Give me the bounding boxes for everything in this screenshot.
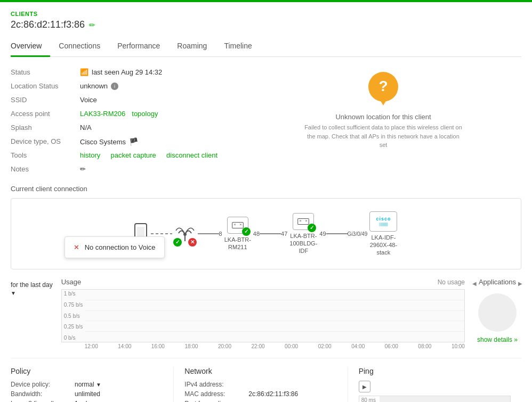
ap-link[interactable]: LAK33-RM206 <box>80 110 125 118</box>
network-val-1: 2c:86:d2:11:f3:86 <box>248 390 298 398</box>
apps-next-arrow[interactable]: ▶ <box>518 281 522 286</box>
policy-dropdown-arrow[interactable]: ▼ <box>96 382 101 388</box>
cisco-logo: cisco <box>376 217 391 221</box>
device-type-label: Device type, OS <box>11 137 80 145</box>
svg-point-6 <box>183 233 187 236</box>
tools-label: Tools <box>11 151 80 159</box>
location-unknown-icon: ? <box>367 71 399 110</box>
policy-val-0: normal ▼ <box>75 381 101 388</box>
disconnect-client-link[interactable]: disconnect client <box>166 151 217 159</box>
splash-label: Splash <box>11 124 80 132</box>
line-1 <box>198 233 219 234</box>
error-text: No connection to Voice <box>85 243 156 251</box>
splash-value: N/A <box>80 124 92 132</box>
apps-header: ◀ Applications ▶ <box>472 278 522 289</box>
apps-donut-chart <box>478 293 517 332</box>
switch1-status-dot: ✓ <box>242 227 251 236</box>
port-47: 47 <box>281 231 287 237</box>
status-value: 📶 last seen Aug 29 14:32 <box>80 68 162 76</box>
line-2 <box>260 233 281 234</box>
tools-value: history packet capture disconnect client <box>80 151 217 159</box>
policy-column: Policy Device policy: normal ▼ Bandwidth… <box>11 367 174 402</box>
applications-section: ◀ Applications ▶ show details » <box>473 278 521 343</box>
device-type-value: Cisco Systems 🏴 <box>80 137 138 146</box>
notes-row: Notes ✏ <box>11 162 245 176</box>
policy-val-1: unlimited <box>75 390 100 398</box>
notes-label: Notes <box>11 165 80 173</box>
notes-edit-icon[interactable]: ✏ <box>80 165 86 173</box>
connection-section-title: Current client connection <box>11 185 521 193</box>
x-label-8: 04:00 <box>351 343 365 349</box>
switch2-status-dot: ✓ <box>308 224 316 232</box>
network-column: Network IPv4 address: MAC address: 2c:86… <box>184 367 348 402</box>
device-type-row: Device type, OS Cisco Systems 🏴 <box>11 135 245 149</box>
port-gi: Gi3/0/49 <box>348 231 368 237</box>
splash-text: N/A <box>80 124 92 132</box>
time-filter[interactable]: for the last day <box>11 281 53 289</box>
y-label-4: 0.25 b/s <box>64 324 83 330</box>
switch2-icon-wrap: ✓ <box>293 213 314 230</box>
device-ap: ✕ ✓ <box>174 223 196 245</box>
ap-status-dot-green: ✓ <box>173 238 182 247</box>
policy-val-normal: normal <box>75 381 94 388</box>
svg-text:?: ? <box>378 78 388 94</box>
location-info-icon[interactable]: i <box>111 83 118 90</box>
port-8: 8 <box>219 231 222 237</box>
ping-bar-area <box>380 396 510 402</box>
ping-play-btn[interactable]: ▶ <box>359 381 370 392</box>
chart-grid <box>85 290 464 342</box>
y-label-2: 0.75 b/s <box>64 302 83 308</box>
y-label-5: 0 b/s <box>64 335 83 341</box>
network-title: Network <box>184 367 336 375</box>
error-tooltip: ✕ No connection to Voice <box>65 236 165 258</box>
apps-show-details-link[interactable]: show details » <box>477 336 518 343</box>
policy-key-1: Bandwidth: <box>11 390 75 398</box>
map-section: ? Unknown location for this client Faile… <box>245 65 521 176</box>
device-switch-1: ✓ LKA-BTR-RM211 <box>224 217 251 251</box>
x-label-9: 06:00 <box>385 343 398 349</box>
ap-icon-wrap: ✕ ✓ <box>174 223 196 245</box>
apps-prev-arrow[interactable]: ◀ <box>472 281 477 286</box>
history-link[interactable]: history <box>80 151 100 159</box>
no-usage-label: No usage <box>438 278 465 286</box>
x-label-3: 18:00 <box>184 343 198 349</box>
line-3 <box>326 233 348 234</box>
ping-chart: 80 ms 40 ms 0 ms <box>359 396 511 402</box>
switch3-box: cisco |||||||| <box>369 211 397 232</box>
policy-row-1: Bandwidth: unlimited <box>11 390 163 398</box>
topology-link[interactable]: topology <box>132 110 158 118</box>
ap-status-dot-red: ✕ <box>188 238 197 247</box>
policy-key-2: Layer 3 firewall: <box>11 400 75 402</box>
tab-roaming[interactable]: Roaming <box>177 37 215 57</box>
tab-overview[interactable]: Overview <box>11 37 50 57</box>
tools-row: Tools history packet capture disconnect … <box>11 149 245 162</box>
switch2-label: LKA-BTR-100BLDG-IDF <box>289 232 317 255</box>
network-val-2: none <box>248 400 263 402</box>
tab-performance[interactable]: Performance <box>117 37 168 57</box>
policy-title: Policy <box>11 367 163 375</box>
connection-box: ✕ ✓ ✕ No connection to Voice 8 <box>11 198 521 269</box>
info-section: Status 📶 last seen Aug 29 14:32 Location… <box>11 65 521 176</box>
switch3-label: LKA-IDF-2960X-48-stack <box>370 234 397 257</box>
unknown-location-title: Unknown location for this client <box>335 113 431 121</box>
client-id-row: 2c:86:d2:11:f3:86 ✏ <box>11 19 521 30</box>
policy-row-0: Device policy: normal ▼ <box>11 381 163 388</box>
x-label-1: 14:00 <box>118 343 131 349</box>
x-label-2: 16:00 <box>151 343 165 349</box>
tab-connections[interactable]: Connections <box>59 37 109 57</box>
time-filter-wrap: for the last day ▼ <box>11 281 53 297</box>
port-48: 48 <box>253 231 260 237</box>
location-status-value: unknown i <box>80 82 118 90</box>
edit-client-icon[interactable]: ✏ <box>89 21 95 29</box>
network-key-0: IPv4 address: <box>184 381 248 388</box>
packet-capture-link[interactable]: packet capture <box>111 151 156 159</box>
device-switch-3: cisco |||||||| LKA-IDF-2960X-48-stack <box>369 211 397 257</box>
splash-row: Splash N/A <box>11 121 245 135</box>
tab-timeline[interactable]: Timeline <box>224 37 260 57</box>
y-label-1: 1 b/s <box>64 291 83 297</box>
ssid-value: Voice <box>80 96 97 104</box>
usage-apps-row: for the last day ▼ Usage No usage 1 b/s … <box>11 278 521 349</box>
svg-rect-8 <box>298 218 309 224</box>
status-text: last seen Aug 29 14:32 <box>92 68 162 76</box>
client-id: 2c:86:d2:11:f3:86 <box>11 19 85 30</box>
